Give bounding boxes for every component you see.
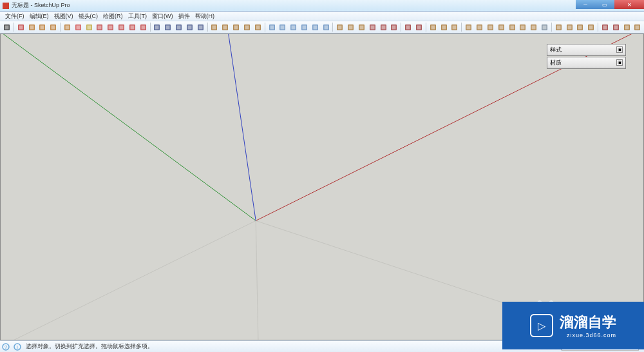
svg-rect-103	[589, 25, 593, 29]
share-icon[interactable]	[611, 22, 621, 32]
menu-item-8[interactable]: 帮助(H)	[193, 12, 218, 21]
toolbar-separator	[150, 23, 151, 32]
window-controls: ─ ▭ ✕	[576, 0, 644, 9]
collapse-icon[interactable]: ▣	[616, 59, 623, 66]
hidden-icon[interactable]	[357, 22, 367, 32]
wire-icon[interactable]	[346, 22, 356, 32]
zoom-extents-icon[interactable]	[174, 22, 184, 32]
menu-item-3[interactable]: 镜头(C)	[76, 12, 101, 21]
xray-icon[interactable]	[367, 22, 377, 32]
section-icon[interactable]	[209, 22, 220, 32]
svg-rect-79	[453, 25, 457, 29]
ext2-icon[interactable]	[632, 22, 643, 32]
maximize-button[interactable]: ▭	[595, 0, 614, 9]
svg-rect-41	[234, 25, 238, 29]
svg-rect-77	[442, 25, 446, 29]
comp-icon[interactable]	[507, 22, 517, 32]
scale-icon[interactable]	[117, 22, 127, 32]
titlebar: 无标题 - SketchUp Pro ─ ▭ ✕	[0, 0, 644, 12]
rectangle-icon[interactable]	[26, 22, 37, 32]
zoom-icon[interactable]	[163, 22, 173, 32]
svg-rect-75	[431, 25, 435, 29]
fog-icon[interactable]	[414, 22, 424, 32]
pencil-icon[interactable]	[15, 22, 26, 32]
walk-icon[interactable]	[428, 22, 438, 32]
front-icon[interactable]	[289, 22, 299, 32]
svg-rect-27	[155, 25, 159, 29]
svg-rect-21	[120, 25, 124, 29]
pan-icon[interactable]	[195, 22, 205, 32]
scenes-icon[interactable]	[540, 22, 550, 32]
info-icon[interactable]: ?	[1, 342, 10, 351]
viewport-3d[interactable]	[0, 34, 644, 340]
position-icon[interactable]	[450, 22, 460, 32]
svg-rect-109	[625, 25, 629, 29]
svg-rect-107	[614, 25, 618, 29]
drape-icon[interactable]	[575, 22, 585, 32]
layers-icon[interactable]	[485, 22, 495, 32]
svg-rect-3	[19, 25, 23, 29]
3dwh-icon[interactable]	[600, 22, 611, 32]
pushpull-icon[interactable]	[62, 22, 73, 32]
shade-icon[interactable]	[335, 22, 345, 32]
menu-item-2[interactable]: 视图(V)	[52, 12, 76, 21]
iso-icon[interactable]	[267, 22, 277, 32]
styles-panel[interactable]: 样式 ▣	[547, 44, 626, 56]
paint-icon[interactable]	[84, 22, 94, 32]
dimension-icon[interactable]	[231, 22, 242, 32]
text-icon[interactable]	[242, 22, 252, 32]
minimize-button[interactable]: ─	[576, 0, 595, 9]
svg-rect-57	[324, 25, 328, 29]
svg-rect-101	[578, 25, 582, 29]
collapse-icon[interactable]: ▣	[616, 46, 623, 53]
axes-icon[interactable]	[252, 22, 263, 32]
extension-icon[interactable]	[621, 22, 632, 32]
look-icon[interactable]	[439, 22, 449, 32]
svg-rect-17	[98, 25, 102, 29]
svg-rect-69	[392, 25, 396, 29]
svg-rect-81	[467, 25, 471, 29]
left-icon[interactable]	[321, 22, 331, 32]
menu-item-1[interactable]: 编辑(E)	[27, 12, 52, 21]
tape-icon[interactable]	[152, 22, 162, 32]
close-button[interactable]: ✕	[614, 0, 644, 9]
right-icon[interactable]	[299, 22, 310, 32]
top-icon[interactable]	[278, 22, 288, 32]
entity-icon[interactable]	[496, 22, 506, 32]
move-icon[interactable]	[95, 22, 105, 32]
orbit-icon[interactable]	[184, 22, 194, 32]
menu-item-4[interactable]: 绘图(R)	[100, 12, 126, 21]
svg-rect-85	[488, 25, 492, 29]
stamp-icon[interactable]	[586, 22, 596, 32]
mat-icon[interactable]	[518, 22, 528, 32]
menu-item-6[interactable]: 窗口(W)	[149, 12, 176, 21]
shadow-icon[interactable]	[403, 22, 413, 32]
menu-item-7[interactable]: 插件	[176, 12, 193, 21]
help-icon[interactable]: i	[13, 342, 22, 351]
toolbar-separator	[461, 23, 462, 32]
followme-icon[interactable]	[138, 22, 148, 32]
circle-icon[interactable]	[37, 22, 48, 32]
offset-icon[interactable]	[127, 22, 137, 32]
arc-icon[interactable]	[48, 22, 59, 32]
model-icon[interactable]	[464, 22, 474, 32]
svg-rect-15	[87, 25, 91, 29]
toolbar-separator	[14, 23, 14, 32]
select-icon[interactable]	[2, 22, 12, 32]
eraser-icon[interactable]	[73, 22, 83, 32]
sandbox-icon[interactable]	[553, 22, 564, 32]
materials-panel[interactable]: 材质 ▣	[547, 57, 626, 69]
rotate-icon[interactable]	[106, 22, 116, 32]
styles-icon[interactable]	[529, 22, 539, 32]
outliner-icon[interactable]	[475, 22, 485, 32]
component-icon[interactable]	[220, 22, 231, 32]
toolbar-separator	[332, 23, 333, 32]
svg-rect-51	[292, 25, 296, 29]
back-icon[interactable]	[310, 22, 320, 32]
profile-icon[interactable]	[389, 22, 399, 32]
menu-item-0[interactable]: 文件(F)	[3, 12, 27, 21]
menu-item-5[interactable]: 工具(T)	[126, 12, 150, 21]
contour-icon[interactable]	[564, 22, 574, 32]
edge-icon[interactable]	[378, 22, 388, 32]
svg-line-114	[227, 34, 256, 220]
